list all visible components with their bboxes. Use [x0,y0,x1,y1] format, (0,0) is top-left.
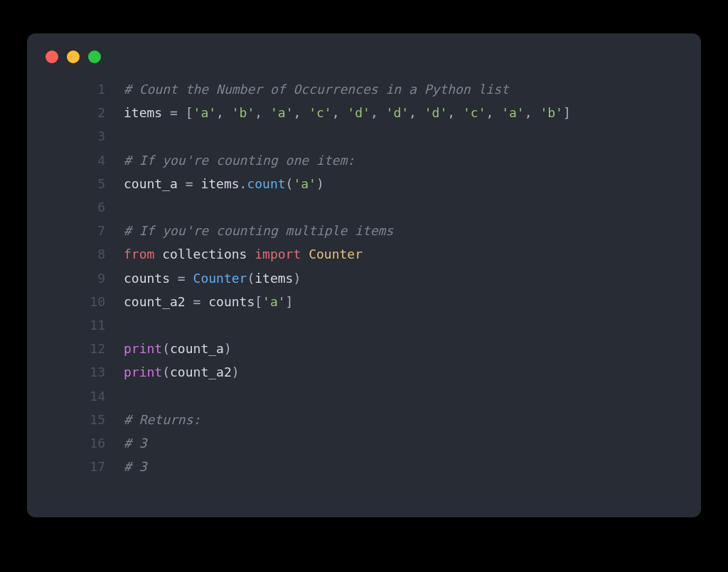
code-token [154,247,162,261]
line-content[interactable]: # 3 [124,431,147,455]
code-token: Counter [309,247,363,261]
code-line[interactable]: 13print(count_a2) [27,360,681,384]
code-line[interactable]: 17# 3 [27,455,681,478]
code-token: # Count the Number of Occurrences in a P… [124,82,509,97]
code-line[interactable]: 15# Returns: [27,408,681,431]
code-token: [ [186,105,193,120]
editor-window: 1# Count the Number of Occurrences in a … [27,33,701,517]
close-icon[interactable] [46,50,58,63]
line-number: 8 [27,242,124,266]
line-number: 16 [27,431,124,455]
code-token: , [255,105,270,120]
code-line[interactable]: 12print(count_a) [27,337,681,360]
code-token: items [200,176,239,191]
code-token: = [162,105,186,120]
code-token: # 3 [124,436,147,450]
code-token: 'a' [501,105,525,120]
code-line[interactable]: 6 [27,195,681,219]
code-token: count [247,176,285,191]
zoom-icon[interactable] [88,50,101,63]
code-token: count_a [124,176,178,191]
line-content[interactable]: print(count_a2) [124,360,240,384]
line-content[interactable]: print(count_a) [124,337,232,360]
code-token: ( [162,365,170,379]
code-token: , [525,105,540,120]
code-line[interactable]: 9counts = Counter(items) [27,266,681,290]
line-content[interactable]: # If you're counting one item: [124,149,355,172]
code-token: 'd' [424,105,448,120]
code-token: ) [293,271,301,286]
code-token: 'd' [386,105,410,120]
line-content[interactable]: # Count the Number of Occurrences in a P… [124,77,509,101]
code-token [301,247,309,261]
code-line[interactable]: 1# Count the Number of Occurrences in a … [27,77,681,101]
code-token: 'a' [293,176,316,191]
code-token: count_a2 [124,294,186,309]
code-token: = [186,294,209,309]
code-token: 'b' [540,105,563,120]
code-line[interactable]: 10count_a2 = counts['a'] [27,290,681,313]
code-line[interactable]: 8from collections import Counter [27,242,681,266]
line-content[interactable]: # 3 [124,455,147,478]
line-number: 4 [27,149,124,172]
line-content[interactable]: count_a2 = counts['a'] [124,290,293,313]
line-number: 15 [27,408,124,431]
line-number: 11 [27,313,124,337]
code-line[interactable]: 11 [27,313,681,337]
code-token: print [124,365,162,379]
code-token: 'd' [347,105,370,120]
code-line[interactable]: 4# If you're counting one item: [27,149,681,172]
code-token: items [255,271,293,286]
code-token: ( [286,176,294,191]
code-token: from [124,247,154,261]
code-token: , [447,105,463,120]
code-token: collections [162,247,247,261]
line-number: 14 [27,384,124,408]
code-token: ) [232,365,240,379]
line-number: 13 [27,360,124,384]
code-token: print [124,341,162,356]
line-content[interactable]: # Returns: [124,408,200,431]
line-number: 1 [27,77,124,101]
code-token: ) [316,176,324,191]
code-token: , [332,105,348,120]
code-line[interactable]: 7# If you're counting multiple items [27,219,681,242]
line-number: 10 [27,290,124,313]
code-token: = [178,176,201,191]
line-content[interactable]: counts = Counter(items) [124,266,301,290]
code-token: , [293,105,309,120]
code-token: , [370,105,386,120]
code-token: ( [162,341,170,356]
code-token: ( [247,271,255,286]
code-token: items [124,105,162,120]
line-number: 9 [27,266,124,290]
line-number: 7 [27,219,124,242]
code-line[interactable]: 5count_a = items.count('a') [27,172,681,195]
code-token: , [409,105,424,120]
code-token: import [255,247,301,261]
code-line[interactable]: 16# 3 [27,431,681,455]
code-token: , [216,105,232,120]
window-traffic-lights [27,33,701,70]
line-content[interactable]: # If you're counting multiple items [124,219,393,242]
code-line[interactable]: 14 [27,384,681,408]
line-content[interactable]: count_a = items.count('a') [124,172,324,195]
minimize-icon[interactable] [67,50,80,63]
code-token [247,247,255,261]
code-line[interactable]: 3 [27,124,681,148]
code-token: # If you're counting multiple items [124,223,393,238]
line-content[interactable]: items = ['a', 'b', 'a', 'c', 'd', 'd', '… [124,101,571,124]
code-token: Counter [193,271,247,286]
code-token: = [170,271,193,286]
code-token: 'a' [262,294,286,309]
code-token: # If you're counting one item: [124,153,355,168]
code-token: # 3 [124,459,147,474]
code-token: 'a' [193,105,217,120]
code-token: count_a2 [170,365,232,379]
code-editor[interactable]: 1# Count the Number of Occurrences in a … [27,70,701,492]
code-line[interactable]: 2items = ['a', 'b', 'a', 'c', 'd', 'd', … [27,101,681,124]
code-token: 'b' [232,105,255,120]
line-content[interactable]: from collections import Counter [124,242,363,266]
code-token: counts [208,294,255,309]
code-token: , [486,105,501,120]
